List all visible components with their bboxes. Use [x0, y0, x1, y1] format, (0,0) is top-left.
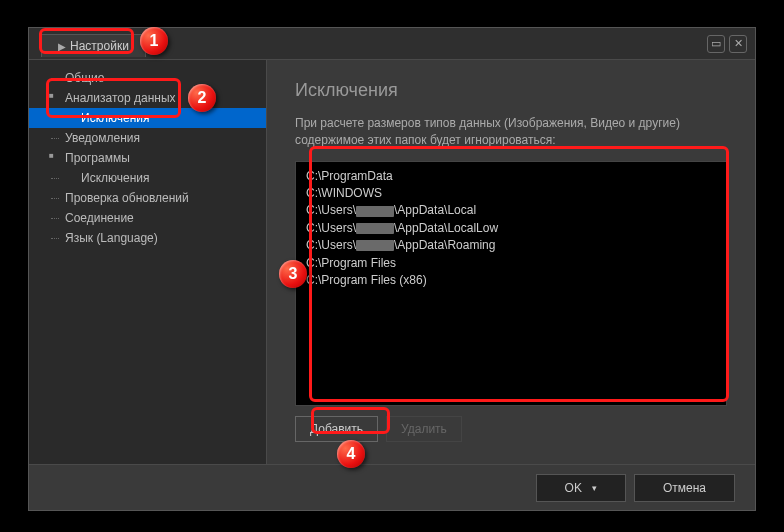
footer: OK▾ Отмена	[29, 464, 755, 510]
close-button[interactable]: ✕	[729, 35, 747, 53]
sidebar-item-connection[interactable]: Соединение	[29, 208, 266, 228]
sidebar-item-analyzer[interactable]: Анализатор данных	[29, 88, 266, 108]
titlebar-buttons: ▭ ✕	[707, 35, 747, 53]
sidebar-item-exclusions-analyzer[interactable]: Исключения	[29, 108, 266, 128]
chevron-down-icon: ▾	[592, 483, 597, 493]
add-button[interactable]: Добавить	[295, 416, 378, 442]
chevron-right-icon: ▶	[58, 41, 66, 52]
sidebar-item-updates[interactable]: Проверка обновлений	[29, 188, 266, 208]
delete-button: Удалить	[386, 416, 462, 442]
tab-label: Настройки	[70, 39, 129, 53]
page-title: Исключения	[295, 80, 727, 101]
list-item[interactable]: C:\ProgramData	[306, 168, 716, 185]
redacted-text	[356, 206, 394, 217]
settings-window: ▶ Настройки ▭ ✕ Общие Анализатор данных …	[28, 27, 756, 511]
list-item[interactable]: C:\WINDOWS	[306, 185, 716, 202]
main-panel: Исключения При расчете размеров типов да…	[267, 60, 755, 464]
exclusions-listbox[interactable]: C:\ProgramData C:\WINDOWS C:\Users\\AppD…	[295, 161, 727, 406]
cancel-button[interactable]: Отмена	[634, 474, 735, 502]
ok-button[interactable]: OK▾	[536, 474, 626, 502]
minimize-button[interactable]: ▭	[707, 35, 725, 53]
sidebar-item-notifications[interactable]: Уведомления	[29, 128, 266, 148]
sidebar: Общие Анализатор данных Исключения Уведо…	[29, 60, 267, 464]
sidebar-item-general[interactable]: Общие	[29, 68, 266, 88]
list-item[interactable]: C:\Users\\AppData\Local	[306, 202, 716, 219]
tab-settings[interactable]: ▶ Настройки	[41, 34, 146, 57]
sidebar-item-language[interactable]: Язык (Language)	[29, 228, 266, 248]
list-item[interactable]: C:\Users\\AppData\Roaming	[306, 237, 716, 254]
description-text: При расчете размеров типов данных (Изобр…	[295, 115, 727, 149]
list-item[interactable]: C:\Users\\AppData\LocalLow	[306, 220, 716, 237]
list-item[interactable]: C:\Program Files (x86)	[306, 272, 716, 289]
list-buttons: Добавить Удалить	[295, 416, 727, 442]
content-area: Общие Анализатор данных Исключения Уведо…	[29, 60, 755, 464]
sidebar-item-programs[interactable]: Программы	[29, 148, 266, 168]
sidebar-item-exclusions-programs[interactable]: Исключения	[29, 168, 266, 188]
titlebar: ▶ Настройки ▭ ✕	[29, 28, 755, 60]
redacted-text	[356, 223, 394, 234]
list-item[interactable]: C:\Program Files	[306, 255, 716, 272]
redacted-text	[356, 240, 394, 251]
